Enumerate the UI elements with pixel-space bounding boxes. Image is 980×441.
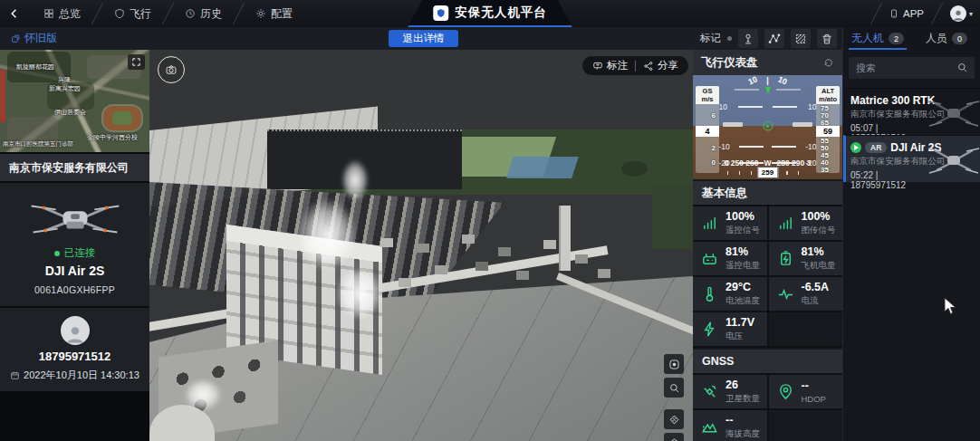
- focus-target-button[interactable]: [664, 354, 684, 374]
- video-actions: 标注 分享: [582, 56, 688, 75]
- layers-button[interactable]: [664, 433, 684, 441]
- basic-info-header: 基本信息: [693, 181, 842, 205]
- polyline-icon: [768, 33, 781, 45]
- external-window-icon: [11, 34, 21, 43]
- mark-area-button[interactable]: [791, 29, 811, 48]
- clock-icon: [185, 8, 196, 19]
- aircraft-reference: [763, 121, 773, 131]
- alt-header: ALT m/ato: [816, 86, 840, 104]
- drone-thumbnail: [927, 139, 980, 179]
- nav-item-history[interactable]: 历史: [170, 0, 236, 27]
- map-stadium: [101, 104, 143, 132]
- tab-personnel[interactable]: 人员 0: [912, 27, 980, 50]
- drone-name: Matrice 300 RTK: [850, 94, 924, 107]
- map-expand-button[interactable]: [128, 54, 145, 70]
- measure-button[interactable]: [664, 409, 684, 429]
- compass-icon[interactable]: [822, 57, 834, 69]
- platform-title-bar: 安保无人机平台: [408, 0, 572, 27]
- groundspeed-tape: GS m/s 6 4 2 0: [696, 86, 719, 173]
- pitch-label: 10: [719, 102, 727, 111]
- chevron-down-icon: ▾: [969, 10, 973, 18]
- classic-version-link[interactable]: 怀旧版: [11, 27, 57, 50]
- scene-layer: [380, 238, 393, 247]
- app-label: APP: [903, 8, 924, 19]
- zoom-button[interactable]: [664, 378, 684, 398]
- calendar-icon: [10, 370, 20, 380]
- avatar: [950, 5, 966, 22]
- mini-map[interactable]: 凯旋丽都花园 兴隆 新寓兴宏园 伊山居委会 金陵中学河西分校 南京市口腔医院第五…: [0, 50, 149, 152]
- drone-list-item-selected[interactable]: AR DJI Air 2S 南京市保安服务有限公司 05:22 | 187959…: [843, 135, 980, 182]
- operator-card: 18795971512 2022年10月10日 14:30:13: [0, 308, 149, 391]
- gs-tick: 6: [712, 111, 716, 120]
- mark-label: 标记: [700, 32, 721, 45]
- video-feed[interactable]: 标注 分享: [149, 50, 693, 441]
- divider: [635, 61, 636, 72]
- nav-item-overview[interactable]: 总览: [29, 0, 95, 27]
- chevron-left-icon: [8, 7, 21, 20]
- datetime-label: 2022年10月10日 14:30:13: [24, 369, 139, 382]
- exit-detail-button[interactable]: 退出详情: [389, 30, 458, 47]
- video-toolbar: [664, 354, 684, 441]
- thermometer-icon: [701, 285, 718, 302]
- mark-delete-button[interactable]: [817, 29, 837, 48]
- stat-rc-battery: 81% 遥控电量: [693, 242, 767, 275]
- alt-current: 59: [816, 126, 840, 137]
- signal-bars-icon: [701, 215, 718, 232]
- tab-drones[interactable]: 无人机 2: [843, 27, 912, 50]
- share-label: 分享: [658, 59, 678, 72]
- tab-drones-count: 2: [889, 33, 904, 44]
- operator-phone: 18795971512: [0, 350, 149, 363]
- shield-icon: [114, 8, 125, 19]
- stat-value: 100%: [725, 210, 760, 225]
- stat-satellites: 26 卫星数量: [693, 375, 767, 408]
- snapshot-button[interactable]: [158, 56, 185, 83]
- map-label: 伊山居委会: [54, 108, 86, 117]
- annotate-button[interactable]: 标注: [592, 59, 628, 72]
- bank-center-tick: |: [766, 76, 769, 85]
- battery-icon: [777, 250, 794, 267]
- pitch-rung-minus10: -10-10: [719, 142, 817, 151]
- gs-unit: m/s: [702, 95, 714, 103]
- nav-label: 飞行: [130, 6, 151, 22]
- flight-datetime: 2022年10月10日 14:30:13: [0, 369, 149, 382]
- drone-list-item[interactable]: Matrice 300 RTK 南京市保安服务有限公司 05:07 | 1879…: [843, 88, 980, 135]
- location-pin-icon: [777, 383, 794, 400]
- top-header: 总览 飞行 历史 配置 安保无人机平台: [0, 0, 980, 27]
- trash-icon: [821, 33, 833, 45]
- mark-line-button[interactable]: [764, 29, 784, 48]
- stat-hdop: -- HDOP: [769, 375, 843, 408]
- empty-cell: [769, 410, 843, 441]
- waveform-icon: [777, 285, 794, 302]
- map-patch: [0, 70, 5, 122]
- share-button[interactable]: 分享: [643, 59, 678, 72]
- mark-toggle-dot[interactable]: [727, 36, 732, 41]
- altitude-tape: ALT m/ato 75 70 65 59 55 50 45 40 35: [816, 86, 840, 173]
- mark-point-button[interactable]: [738, 29, 758, 48]
- nav-item-config[interactable]: 配置: [241, 0, 307, 27]
- gear-icon: [255, 8, 266, 19]
- stat-value: --: [725, 414, 760, 428]
- back-button[interactable]: [0, 7, 29, 20]
- nav-item-flight[interactable]: 飞行: [100, 0, 166, 27]
- status-label: 已连接: [64, 246, 96, 260]
- heading-left: 0 250 260: [725, 158, 759, 168]
- dashboard-header: 飞行仪表盘: [693, 50, 842, 75]
- platform-logo: [433, 5, 448, 21]
- magnifier-icon: [668, 382, 680, 394]
- connection-status: 已连接: [0, 246, 149, 260]
- header-right: APP ▾: [874, 0, 973, 27]
- annotate-label: 标注: [607, 59, 628, 72]
- steam-plume: [327, 256, 392, 331]
- attitude-indicator: 10 | 10 2020 1010 -10-10 -20-20 GS: [693, 75, 842, 179]
- search-box: [849, 57, 975, 79]
- drone-image: [23, 192, 128, 244]
- gs-header: GS m/s: [696, 86, 719, 104]
- stat-value: -6.5A: [802, 281, 830, 295]
- drone-company: 南京市保安服务有限公司: [850, 156, 924, 168]
- status-dot: [54, 251, 60, 256]
- map-label: 新寓兴宏园: [49, 84, 81, 93]
- app-download-button[interactable]: APP: [889, 7, 924, 20]
- mountain-icon: [701, 418, 718, 436]
- user-menu[interactable]: ▾: [950, 5, 973, 22]
- stat-voltage: 11.7V 电压: [693, 312, 767, 346]
